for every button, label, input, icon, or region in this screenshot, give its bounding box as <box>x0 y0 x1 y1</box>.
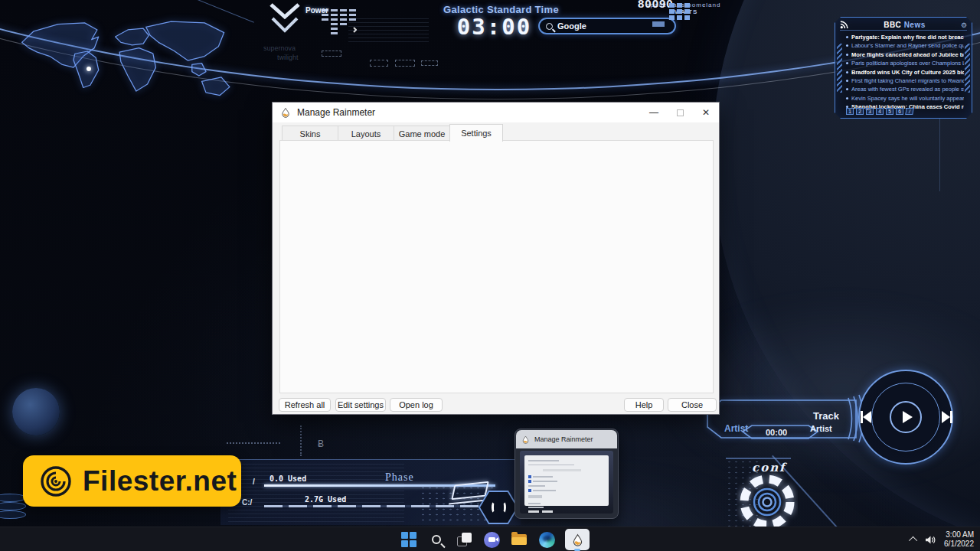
edge-button[interactable] <box>537 530 556 549</box>
player-time: 00:00 <box>766 428 787 437</box>
tab-layouts[interactable]: Layouts <box>338 126 394 141</box>
drive-c-label: C:/ <box>242 498 252 507</box>
player-panel-outline <box>703 385 867 450</box>
bullet-icon <box>846 97 848 99</box>
wrench-icon[interactable]: / <box>905 108 914 115</box>
phase-label: Phase <box>385 471 414 484</box>
skip-bar-icon <box>950 411 952 423</box>
speaker-icon[interactable] <box>925 535 936 545</box>
news-widget-title: BBC News <box>884 21 926 29</box>
player-horizontal-line <box>726 458 791 459</box>
file-explorer-button[interactable] <box>510 530 528 549</box>
play-button[interactable] <box>890 401 922 433</box>
edit-settings-button[interactable]: Edit settings <box>335 398 386 412</box>
play-icon <box>903 411 913 423</box>
open-log-button[interactable]: Open log <box>390 398 443 412</box>
close-dialog-button[interactable]: Close <box>668 398 717 412</box>
tray-date: 6/1/2022 <box>944 540 974 549</box>
preview-header: Manage Rainmeter <box>516 430 617 448</box>
page-button-3[interactable]: 3 <box>866 108 874 115</box>
tab-skins[interactable]: Skins <box>282 126 338 141</box>
map-location-marker <box>87 67 91 71</box>
player-artist-label: Artist <box>724 423 748 434</box>
dialog-titlebar[interactable]: Manage Rainmeter — ✕ <box>273 103 719 122</box>
dotted-line <box>227 442 280 444</box>
faint-label: supernova <box>263 44 296 52</box>
bullet-icon <box>846 36 848 38</box>
search-placeholder: Google <box>557 21 586 31</box>
news-headline[interactable]: Kevin Spacey says he will voluntarily ap… <box>846 94 964 103</box>
news-headline[interactable]: First flight taking Channel migrants to … <box>846 77 964 85</box>
taskbar-preview-popup[interactable]: Manage Rainmeter <box>514 429 619 519</box>
preview-thumbnail[interactable] <box>520 451 613 514</box>
hud-dash-box <box>395 60 415 67</box>
news-headline[interactable]: Labour's Starmer and Rayner send police … <box>846 41 964 50</box>
rainmeter-drop-icon <box>571 533 584 546</box>
chat-icon <box>484 532 500 548</box>
search-icon <box>432 535 441 544</box>
next-icon <box>942 411 950 423</box>
spiral-icon <box>40 465 72 497</box>
news-title-news: News <box>904 21 926 29</box>
news-headline-list: Partygate: Explain why fine did not brea… <box>846 33 964 112</box>
moon-sphere <box>12 388 60 435</box>
page-button-6[interactable]: 6 <box>896 108 903 115</box>
world-map-graphic <box>9 6 247 99</box>
news-headline[interactable]: Bradford wins UK City of Culture 2025 bi… <box>846 68 964 77</box>
search-icon <box>546 23 553 30</box>
grid-squares-icon <box>669 3 690 21</box>
news-headline[interactable]: More flights cancelled ahead of Jubilee … <box>846 51 964 59</box>
chevron-down-icon[interactable] <box>268 2 302 37</box>
tray-clock[interactable]: 3:00 AM 6/1/2022 <box>944 530 974 549</box>
windows-logo-icon <box>401 532 416 547</box>
previous-button[interactable] <box>861 411 871 423</box>
minimize-button[interactable]: — <box>641 103 667 122</box>
player-track-label: Track <box>813 410 839 422</box>
chat-button[interactable] <box>482 530 501 549</box>
dialog-title: Manage Rainmeter <box>297 107 375 118</box>
rss-icon[interactable] <box>840 21 848 29</box>
taskbar: 3:00 AM 6/1/2022 <box>0 527 980 551</box>
rainmeter-taskbar-button[interactable] <box>565 530 590 549</box>
tab-game-mode[interactable]: Game mode <box>394 126 449 141</box>
tab-settings[interactable]: Settings <box>449 124 503 142</box>
settings-tab-sheet <box>279 140 714 393</box>
chevron-decoration-right <box>965 44 970 93</box>
previous-icon <box>863 411 871 423</box>
bullet-icon <box>846 71 848 73</box>
hud-dash-box <box>421 60 438 66</box>
close-button[interactable]: ✕ <box>693 103 719 122</box>
next-button[interactable] <box>942 411 952 423</box>
filester-logo[interactable]: Filester.net <box>23 455 241 507</box>
gear-icon[interactable]: ⚙ <box>961 21 967 29</box>
task-view-icon-front <box>462 533 472 543</box>
chevron-decoration-left <box>837 44 842 93</box>
world-map-widget <box>9 6 247 103</box>
start-button[interactable] <box>400 530 418 549</box>
page-button-2[interactable]: 2 <box>856 108 864 115</box>
news-headline[interactable]: Areas with fewest GPs revealed as people… <box>846 85 964 93</box>
news-headline[interactable]: Partygate: Explain why fine did not brea… <box>846 33 964 41</box>
rainmeter-drop-icon <box>280 107 291 118</box>
bullet-icon <box>846 88 848 90</box>
bullet-icon <box>846 54 848 56</box>
system-tray: 3:00 AM 6/1/2022 <box>911 527 974 551</box>
page-button-5[interactable]: 5 <box>886 108 893 115</box>
page-button-4[interactable]: 4 <box>876 108 884 115</box>
hud-dash <box>652 21 665 27</box>
task-view-button[interactable] <box>455 530 473 549</box>
taskbar-icons <box>400 527 590 551</box>
help-button[interactable]: Help <box>624 398 664 412</box>
taskbar-search-button[interactable] <box>427 530 446 549</box>
refresh-all-button[interactable]: Refresh all <box>279 398 331 412</box>
currency-marker: Ƀ <box>318 439 324 449</box>
camera-icon <box>488 537 495 542</box>
tray-chevron-up-icon[interactable] <box>909 536 917 545</box>
hud-vertical-line <box>939 119 940 191</box>
page-button-1[interactable]: 1 <box>846 108 854 115</box>
dotted-line-vertical <box>300 425 302 456</box>
maximize-button[interactable] <box>667 103 693 122</box>
bullet-icon <box>846 62 848 64</box>
drive-c-used: 2.7G Used <box>305 495 346 504</box>
news-headline[interactable]: Paris politician apologises over Champio… <box>846 59 964 67</box>
